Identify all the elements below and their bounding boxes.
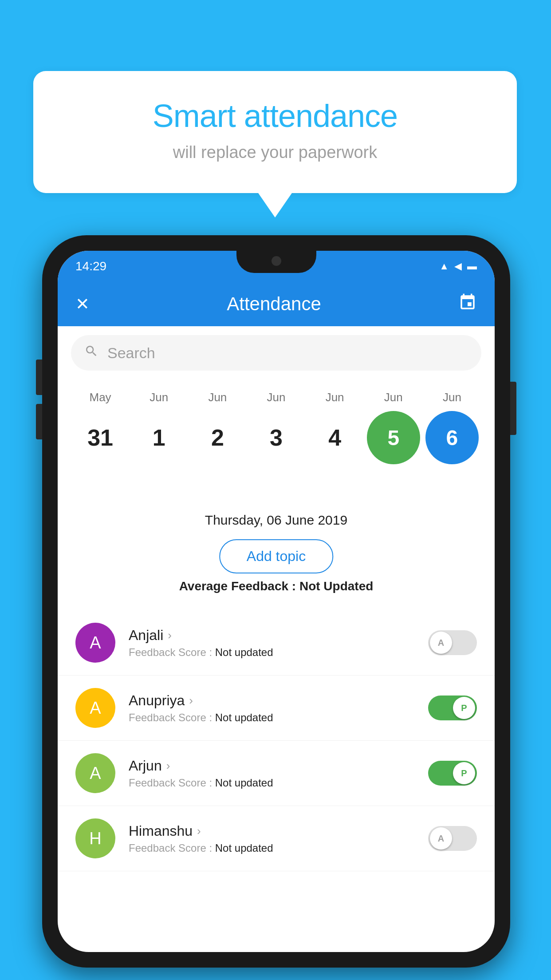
add-topic-button[interactable]: Add topic (219, 539, 333, 573)
date-6[interactable]: 6 (425, 411, 479, 464)
date-31[interactable]: 31 (74, 411, 127, 464)
status-time: 14:29 (75, 259, 106, 273)
calendar-icon[interactable] (458, 293, 477, 316)
date-5[interactable]: 5 (367, 411, 420, 464)
speech-bubble-subtitle: will replace your paperwork (69, 143, 481, 162)
month-0: May (74, 391, 127, 404)
chevron-icon: › (166, 759, 170, 773)
search-icon (84, 344, 98, 362)
student-item-himanshu: H Himanshu › Feedback Score : Not update… (58, 806, 495, 871)
toggle-arjun[interactable]: P (428, 761, 477, 786)
toggle-knob-himanshu: A (430, 827, 452, 850)
calendar-section: May Jun Jun Jun Jun Jun Jun 31 1 2 3 4 5… (58, 375, 495, 482)
avatar-arjun: A (75, 753, 115, 793)
close-button[interactable]: ✕ (75, 294, 90, 314)
phone-screen: 14:29 ▲ ◀ ▬ ✕ Attendance (58, 251, 495, 952)
student-info-anjali: Anjali › Feedback Score : Not updated (129, 627, 415, 659)
student-name-anupriya[interactable]: Anupriya › (129, 692, 415, 709)
search-placeholder: Search (107, 344, 155, 362)
app-bar: ✕ Attendance (58, 282, 495, 326)
calendar-dates-row: 31 1 2 3 4 5 6 (58, 407, 495, 473)
battery-icon: ▬ (467, 261, 477, 272)
status-icons: ▲ ◀ ▬ (439, 261, 477, 272)
student-item-anjali: A Anjali › Feedback Score : Not updated … (58, 610, 495, 676)
month-6: Jun (425, 391, 479, 404)
toggle-knob-anupriya: P (453, 697, 475, 719)
month-5: Jun (367, 391, 420, 404)
student-list: A Anjali › Feedback Score : Not updated … (58, 610, 495, 871)
student-info-arjun: Arjun › Feedback Score : Not updated (129, 758, 415, 789)
calendar-months-row: May Jun Jun Jun Jun Jun Jun (58, 384, 495, 407)
phone-notch (236, 251, 316, 273)
student-item-arjun: A Arjun › Feedback Score : Not updated P (58, 741, 495, 806)
avatar-anupriya: A (75, 688, 115, 728)
toggle-anupriya[interactable]: P (428, 695, 477, 720)
month-3: Jun (249, 391, 303, 404)
camera-dot (272, 256, 281, 266)
toggle-himanshu[interactable]: A (428, 826, 477, 851)
search-bar[interactable]: Search (71, 335, 481, 371)
chevron-icon: › (168, 628, 172, 642)
avatar-himanshu: H (75, 818, 115, 858)
date-4[interactable]: 4 (308, 411, 362, 464)
student-name-anjali[interactable]: Anjali › (129, 627, 415, 644)
toggle-knob-arjun: P (453, 762, 475, 784)
date-1[interactable]: 1 (132, 411, 185, 464)
date-2[interactable]: 2 (191, 411, 244, 464)
avatar-anjali: A (75, 623, 115, 663)
speech-bubble-title: Smart attendance (69, 98, 481, 134)
volume-up-button (36, 360, 42, 395)
selected-date-label: Thursday, 06 June 2019 (58, 513, 495, 528)
phone-frame: 14:29 ▲ ◀ ▬ ✕ Attendance (42, 235, 510, 968)
date-3[interactable]: 3 (249, 411, 303, 464)
student-feedback-arjun: Feedback Score : Not updated (129, 777, 415, 789)
student-info-himanshu: Himanshu › Feedback Score : Not updated (129, 823, 415, 854)
month-1: Jun (132, 391, 185, 404)
student-feedback-anupriya: Feedback Score : Not updated (129, 711, 415, 724)
student-name-himanshu[interactable]: Himanshu › (129, 823, 415, 839)
student-item-anupriya: A Anupriya › Feedback Score : Not update… (58, 676, 495, 741)
student-info-anupriya: Anupriya › Feedback Score : Not updated (129, 692, 415, 724)
search-bar-container: Search (58, 326, 495, 379)
chevron-icon: › (197, 824, 201, 838)
power-button (510, 382, 516, 435)
wifi-icon: ▲ (439, 261, 449, 272)
signal-icon: ◀ (454, 261, 462, 272)
chevron-icon: › (189, 694, 193, 707)
toggle-anjali[interactable]: A (428, 630, 477, 655)
avg-feedback: Average Feedback : Not Updated (58, 579, 495, 593)
app-bar-title: Attendance (227, 293, 321, 315)
student-name-arjun[interactable]: Arjun › (129, 758, 415, 774)
month-4: Jun (308, 391, 362, 404)
speech-bubble: Smart attendance will replace your paper… (33, 71, 517, 193)
month-2: Jun (191, 391, 244, 404)
volume-down-button (36, 404, 42, 439)
toggle-knob-anjali: A (430, 632, 452, 654)
student-feedback-himanshu: Feedback Score : Not updated (129, 842, 415, 854)
student-feedback-anjali: Feedback Score : Not updated (129, 646, 415, 659)
